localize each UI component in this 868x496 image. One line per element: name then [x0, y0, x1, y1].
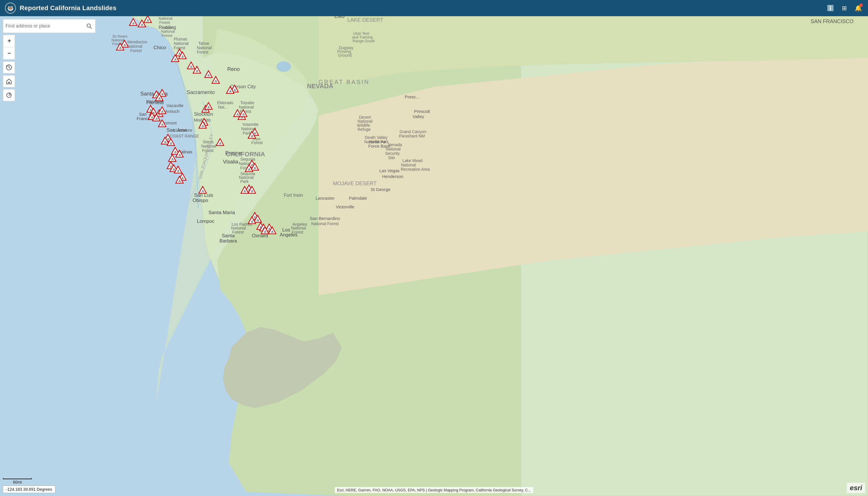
history-button[interactable] — [3, 61, 15, 74]
home-button[interactable] — [3, 75, 15, 88]
svg-text:⚠: ⚠ — [251, 189, 253, 193]
svg-text:⚠: ⚠ — [219, 142, 222, 145]
svg-text:Palmdale: Palmdale — [349, 196, 367, 201]
svg-text:⚠: ⚠ — [177, 169, 180, 172]
svg-text:Presc...: Presc... — [405, 94, 420, 99]
svg-text:Eldorado: Eldorado — [217, 100, 233, 105]
svg-text:Park: Park — [240, 179, 249, 184]
svg-text:Parashant NM: Parashant NM — [399, 134, 425, 138]
svg-text:National: National — [174, 41, 188, 46]
svg-text:Visalia: Visalia — [223, 159, 239, 165]
svg-text:Tahoe: Tahoe — [198, 41, 209, 46]
svg-text:⚠: ⚠ — [178, 180, 181, 183]
svg-text:Lake Mead: Lake Mead — [402, 158, 423, 163]
svg-text:Forest: Forest — [130, 48, 142, 53]
svg-text:Sir Rivers: Sir Rivers — [112, 34, 127, 38]
search-button[interactable] — [86, 22, 93, 30]
esri-logo: esri — [847, 483, 865, 493]
svg-text:San Bernardino: San Bernardino — [310, 216, 340, 221]
svg-text:National: National — [159, 16, 172, 20]
svg-text:⚠: ⚠ — [229, 90, 232, 93]
svg-text:⚠: ⚠ — [158, 97, 161, 100]
grid-button[interactable]: ⊞ — [839, 3, 850, 13]
svg-text:National: National — [386, 147, 400, 151]
svg-text:Forest: Forest — [292, 230, 303, 234]
svg-text:National: National — [239, 105, 254, 109]
alert-button[interactable]: 🔔 — [853, 3, 863, 13]
svg-text:Refuge: Refuge — [357, 127, 370, 132]
svg-text:⚠: ⚠ — [257, 218, 259, 222]
svg-text:Lancaster: Lancaster — [316, 196, 335, 201]
svg-text:Fort Irwin: Fort Irwin — [284, 193, 303, 198]
zoom-in-button[interactable]: + — [3, 35, 15, 47]
svg-text:⚠: ⚠ — [236, 113, 239, 116]
svg-text:National: National — [161, 29, 175, 34]
california-logo — [5, 2, 16, 14]
svg-text:⚠: ⚠ — [132, 22, 135, 25]
svg-text:Forest: Forest — [162, 33, 172, 37]
svg-text:Reno: Reno — [227, 66, 240, 72]
coordinates-display: -124.183 39.891 Degrees — [3, 485, 55, 493]
svg-text:⚠: ⚠ — [147, 19, 149, 22]
svg-text:Forest: Forest — [251, 140, 263, 145]
header-actions: ℹ️ ⊞ 🔔 — [825, 3, 863, 13]
left-panel: + − — [0, 16, 98, 104]
map-attribution: Esri, HERE, Garmin, FAO, NOAA, USGS, EPA… — [335, 487, 533, 493]
svg-text:⚠: ⚠ — [207, 106, 210, 109]
svg-text:Yosemite: Yosemite — [242, 122, 259, 127]
svg-text:Nevada: Nevada — [388, 142, 402, 147]
svg-text:⚠: ⚠ — [215, 80, 217, 83]
svg-text:⚠: ⚠ — [251, 135, 253, 138]
svg-text:⚠: ⚠ — [161, 110, 164, 113]
alert-badge — [859, 3, 863, 7]
svg-text:Victorville: Victorville — [336, 204, 354, 209]
svg-text:⚠: ⚠ — [170, 142, 172, 145]
svg-text:Livermore: Livermore — [173, 128, 193, 133]
svg-text:⚠: ⚠ — [264, 230, 267, 233]
svg-point-7 — [276, 61, 291, 72]
svg-text:St George: St George — [370, 187, 390, 192]
svg-text:⚠: ⚠ — [248, 168, 250, 171]
svg-text:⚠: ⚠ — [196, 69, 198, 73]
svg-text:⚠: ⚠ — [251, 220, 253, 223]
svg-text:⚠: ⚠ — [181, 55, 184, 58]
svg-text:LAKE DESERT: LAKE DESERT — [347, 17, 383, 23]
svg-line-135 — [90, 27, 91, 28]
svg-text:⚠: ⚠ — [119, 46, 122, 49]
zoom-out-button[interactable]: − — [3, 47, 15, 59]
refresh-button[interactable] — [3, 89, 15, 101]
header: Reported California Landslides ℹ️ ⊞ 🔔 — [0, 0, 868, 16]
scale-line — [3, 478, 32, 479]
svg-text:National Forest: National Forest — [311, 221, 339, 226]
svg-text:Plumas: Plumas — [174, 37, 187, 41]
svg-text:Toiyabe: Toiyabe — [240, 100, 254, 105]
search-input[interactable] — [5, 24, 86, 29]
svg-text:Santa Maria: Santa Maria — [209, 210, 235, 215]
svg-text:Valley: Valley — [413, 114, 424, 119]
svg-text:⚠: ⚠ — [171, 158, 174, 161]
svg-text:⚠: ⚠ — [161, 123, 164, 126]
svg-text:Ground: Ground — [338, 53, 352, 58]
svg-text:⚠: ⚠ — [243, 189, 246, 193]
svg-text:National Park: National Park — [364, 139, 389, 144]
search-bar — [3, 19, 95, 33]
svg-text:SAN FRANCISCO: SAN FRANCISCO — [811, 18, 854, 24]
scale-bar: 60mi — [3, 478, 32, 484]
svg-text:Site: Site — [388, 155, 395, 160]
svg-text:⚠: ⚠ — [201, 124, 204, 128]
svg-text:Security: Security — [385, 151, 400, 156]
svg-text:Barbara: Barbara — [219, 238, 237, 244]
svg-text:⚠: ⚠ — [174, 58, 177, 61]
svg-text:National: National — [197, 45, 212, 50]
info-button[interactable]: ℹ️ — [825, 3, 836, 13]
svg-text:GREAT BASIN: GREAT BASIN — [319, 79, 370, 85]
svg-text:Antioch: Antioch — [165, 109, 180, 114]
svg-text:⚠: ⚠ — [141, 23, 143, 26]
svg-text:⚠: ⚠ — [178, 153, 181, 157]
svg-text:⚠: ⚠ — [190, 65, 193, 68]
svg-text:Mendocino: Mendocino — [127, 40, 147, 44]
svg-text:National: National — [401, 162, 416, 167]
map-container: Eureka Redding Mendocino National Forest… — [0, 0, 868, 496]
svg-text:Grand Canyon-: Grand Canyon- — [399, 129, 427, 134]
svg-text:Vacaville: Vacaville — [167, 103, 184, 108]
